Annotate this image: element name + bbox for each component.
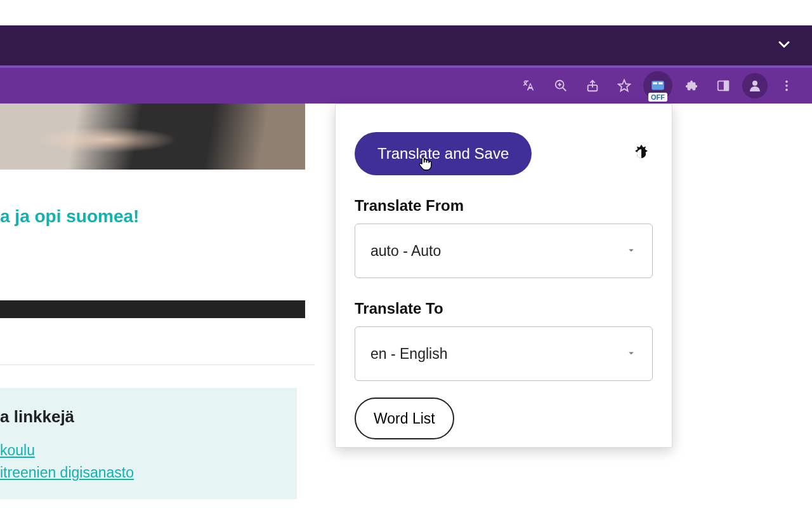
dropdown-caret-icon: [625, 345, 637, 363]
extension-button[interactable]: OFF: [643, 71, 672, 100]
translate-to-label: Translate To: [355, 300, 653, 318]
svg-rect-6: [652, 81, 664, 90]
sidebar-link[interactable]: koulu: [0, 442, 297, 459]
translate-and-save-button[interactable]: Translate and Save: [355, 132, 532, 175]
expand-tabs-button[interactable]: [775, 36, 793, 56]
extensions-puzzle-icon[interactable]: [679, 73, 704, 98]
profile-avatar-button[interactable]: [742, 73, 768, 98]
translate-from-label: Translate From: [355, 197, 653, 215]
translate-to-value: en - English: [370, 345, 447, 363]
dark-content-strip: [0, 300, 305, 318]
svg-point-15: [785, 89, 788, 91]
svg-point-12: [752, 81, 757, 86]
svg-marker-5: [619, 80, 630, 91]
svg-rect-7: [653, 83, 657, 84]
translate-from-select[interactable]: auto - Auto: [355, 224, 653, 278]
word-list-button[interactable]: Word List: [355, 398, 454, 439]
translate-page-icon[interactable]: [516, 73, 542, 98]
browser-tab-bar: [0, 25, 812, 65]
section-divider: [0, 364, 315, 365]
side-panel-icon[interactable]: [710, 73, 736, 98]
links-card-heading: a linkkejä: [0, 407, 297, 427]
svg-rect-8: [658, 83, 663, 84]
translate-from-value: auto - Auto: [370, 243, 441, 260]
extension-popup: Translate and Save Translate From auto -…: [335, 104, 672, 448]
svg-line-1: [563, 88, 566, 91]
sidebar-link[interactable]: itreenien digisanasto: [0, 464, 297, 481]
dropdown-caret-icon: [625, 243, 637, 260]
zoom-icon[interactable]: [548, 73, 573, 98]
share-icon[interactable]: [580, 73, 605, 98]
svg-point-14: [785, 84, 788, 87]
svg-point-13: [785, 81, 788, 83]
kebab-menu-icon[interactable]: [774, 73, 799, 98]
dark-mode-icon[interactable]: [630, 142, 653, 165]
browser-toolbar: OFF: [0, 68, 812, 104]
hero-image-crop: [0, 104, 305, 170]
bookmark-star-icon[interactable]: [612, 73, 637, 98]
window-top-white-strip: [0, 0, 812, 25]
svg-rect-11: [724, 81, 728, 91]
links-card: a linkkejä koulu itreenien digisanasto: [0, 388, 297, 499]
extension-off-badge: OFF: [648, 93, 667, 102]
translate-to-select[interactable]: en - English: [355, 326, 653, 381]
